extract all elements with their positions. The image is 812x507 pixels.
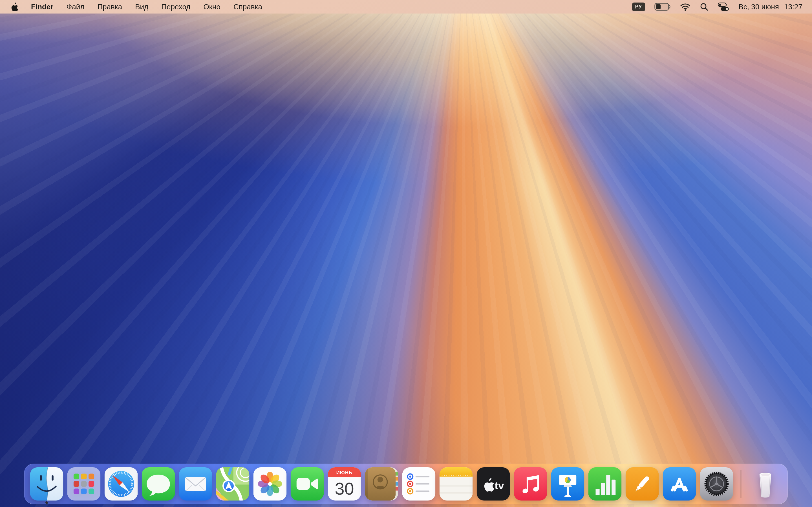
dock-icon-mail[interactable] bbox=[179, 467, 212, 501]
dock-icon-calendar[interactable]: ИЮНЬ 30 bbox=[328, 467, 361, 501]
dock-icon-maps[interactable] bbox=[216, 467, 250, 501]
menu-window[interactable]: Окно bbox=[197, 0, 227, 13]
wifi-icon[interactable] bbox=[680, 0, 691, 13]
control-center-icon[interactable] bbox=[718, 0, 729, 13]
menu-help[interactable]: Справка bbox=[227, 0, 269, 13]
date-label: Вс, 30 июня bbox=[739, 3, 779, 11]
apple-logo-icon bbox=[11, 2, 18, 11]
dock-icon-appletv[interactable]: tv bbox=[477, 467, 510, 501]
dock-icon-messages[interactable] bbox=[142, 467, 175, 501]
appletv-tv-label: tv bbox=[495, 480, 504, 492]
battery-icon[interactable] bbox=[654, 0, 671, 13]
menu-app-name[interactable]: Finder bbox=[24, 0, 60, 13]
menu-edit[interactable]: Правка bbox=[91, 0, 129, 13]
dock-divider bbox=[741, 470, 742, 498]
calendar-month-label: ИЮНЬ bbox=[336, 470, 352, 475]
dock-icon-reminders[interactable] bbox=[402, 467, 436, 501]
calendar-day-label: 30 bbox=[335, 479, 354, 498]
dock-icon-contacts[interactable] bbox=[365, 467, 398, 501]
dock-icon-appstore[interactable] bbox=[663, 467, 696, 501]
menu-view[interactable]: Вид bbox=[129, 0, 155, 13]
menu-bar-left: Finder Файл Правка Вид Переход Окно Спра… bbox=[0, 0, 269, 13]
menu-bar-clock[interactable]: Вс, 30 июня 13:27 bbox=[739, 3, 802, 11]
apple-menu-button[interactable] bbox=[0, 0, 24, 13]
dock: ИЮНЬ 30 bbox=[24, 464, 788, 504]
dock-icon-photos[interactable] bbox=[253, 467, 287, 501]
dock-icon-music[interactable] bbox=[514, 467, 547, 501]
input-source-indicator[interactable]: РУ bbox=[632, 3, 645, 11]
spotlight-search-icon[interactable] bbox=[700, 0, 708, 13]
dock-icon-numbers[interactable] bbox=[589, 467, 622, 501]
finder-running-indicator bbox=[45, 501, 48, 504]
menu-go[interactable]: Переход bbox=[155, 0, 197, 13]
menu-file[interactable]: Файл bbox=[60, 0, 91, 13]
dock-icon-safari[interactable] bbox=[105, 467, 138, 501]
time-label: 13:27 bbox=[784, 3, 802, 11]
dock-icon-pages[interactable] bbox=[626, 467, 659, 501]
dock-icon-notes[interactable] bbox=[440, 467, 473, 501]
dock-icon-finder[interactable] bbox=[30, 467, 63, 501]
dock-icon-facetime[interactable] bbox=[291, 467, 324, 501]
dock-icon-trash[interactable] bbox=[749, 467, 782, 501]
desktop-wallpaper[interactable] bbox=[0, 0, 812, 507]
dock-icon-settings[interactable] bbox=[700, 467, 733, 501]
dock-icon-launchpad[interactable] bbox=[67, 467, 101, 501]
menu-bar: Finder Файл Правка Вид Переход Окно Спра… bbox=[0, 0, 812, 13]
dock-icon-keynote[interactable] bbox=[551, 467, 585, 501]
menu-bar-status: РУ bbox=[632, 0, 812, 13]
